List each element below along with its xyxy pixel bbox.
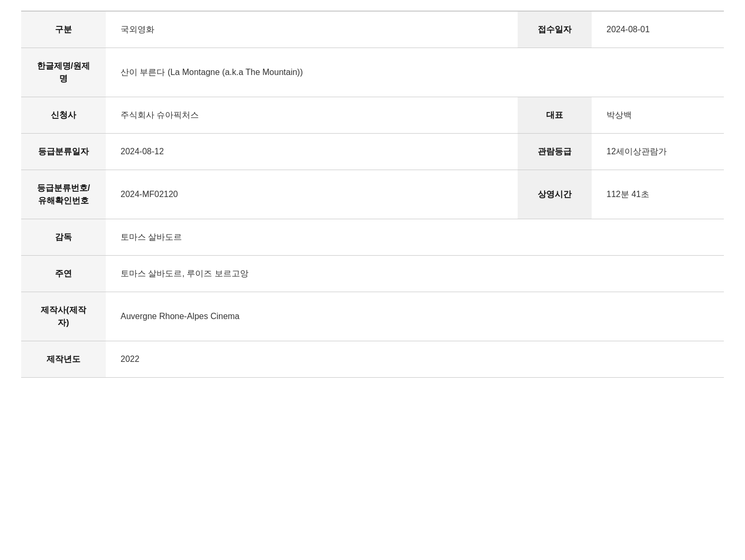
page-container: 구분 국외영화 접수일자 2024-08-01 한글제명/원제명 산이 부른다 … [0,0,745,560]
value-cell-right: 112분 41초 [592,170,724,219]
label-cell-left: 등급분류번호/ 유해확인번호 [21,170,106,219]
value-cell-full: 토마스 살바도르, 루이즈 보르고앙 [106,256,724,292]
table-row: 한글제명/원제명 산이 부른다 (La Montagne (a.k.a The … [21,48,724,97]
table-row: 신청사 주식회사 슈아픽처스 대표 박상백 [21,97,724,134]
value-cell-right: 12세이상관람가 [592,134,724,170]
label-cell-left: 신청사 [21,97,106,134]
info-table: 구분 국외영화 접수일자 2024-08-01 한글제명/원제명 산이 부른다 … [21,11,724,378]
value-cell-left: 주식회사 슈아픽처스 [106,97,518,134]
label-cell-right: 관람등급 [518,134,592,170]
label-cell-left: 구분 [21,11,106,48]
value-cell-left: 2024-08-12 [106,134,518,170]
value-cell-left: 국외영화 [106,11,518,48]
label-cell-full: 한글제명/원제명 [21,48,106,97]
label-cell-right: 대표 [518,97,592,134]
label-cell-full: 감독 [21,219,106,256]
label-cell-full: 주연 [21,256,106,292]
value-cell-full: 산이 부른다 (La Montagne (a.k.a The Mountain)… [106,48,724,97]
label-cell-right: 접수일자 [518,11,592,48]
table-row: 주연 토마스 살바도르, 루이즈 보르고앙 [21,256,724,292]
value-cell-full: 토마스 살바도르 [106,219,724,256]
table-row: 감독 토마스 살바도르 [21,219,724,256]
value-cell-full: 2022 [106,341,724,378]
label-cell-left: 등급분류일자 [21,134,106,170]
label-cell-full: 제작년도 [21,341,106,378]
value-cell-right: 박상백 [592,97,724,134]
table-row: 등급분류번호/ 유해확인번호 2024-MF02120 상영시간 112분 41… [21,170,724,219]
label-cell-right: 상영시간 [518,170,592,219]
table-row: 구분 국외영화 접수일자 2024-08-01 [21,11,724,48]
value-cell-full: Auvergne Rhone-Alpes Cinema [106,292,724,341]
value-cell-right: 2024-08-01 [592,11,724,48]
table-row: 등급분류일자 2024-08-12 관람등급 12세이상관람가 [21,134,724,170]
value-cell-left: 2024-MF02120 [106,170,518,219]
table-row: 제작년도 2022 [21,341,724,378]
table-row: 제작사(제작자) Auvergne Rhone-Alpes Cinema [21,292,724,341]
label-cell-full: 제작사(제작자) [21,292,106,341]
